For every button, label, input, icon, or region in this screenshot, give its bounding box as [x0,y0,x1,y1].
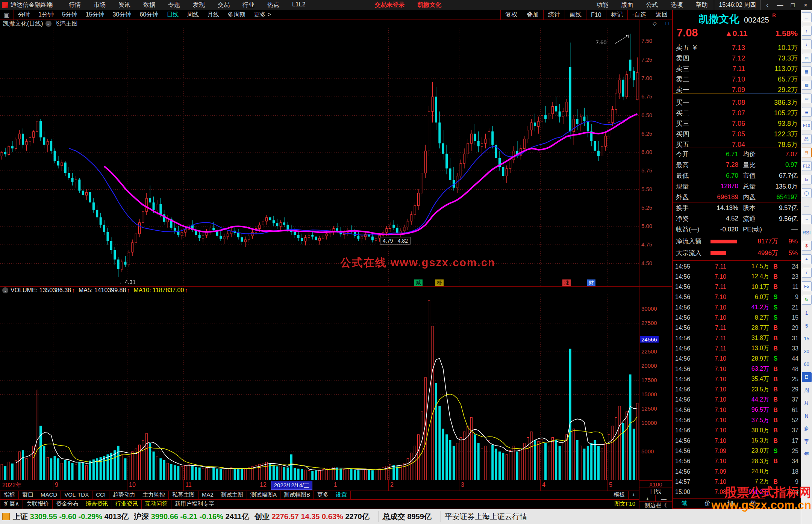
indicator-tab-设置[interactable]: 设置 [332,491,351,500]
zoom-in-button[interactable]: + [639,495,656,502]
menu-item-发现[interactable]: 发现 [186,1,211,9]
indicator-tab-测试幅图A[interactable]: 测试幅图A [247,491,280,500]
info-tab-扩展∧[interactable]: 扩展∧ [0,500,23,509]
tick-row[interactable]: 14:567.1037.5万B52 [673,417,801,424]
sidebar-tool-$[interactable]: $ [802,241,812,251]
back-button[interactable]: ‹ [761,2,774,9]
sidebar-tool-RSI[interactable]: RSI [802,228,811,237]
tick-row[interactable]: 14:567.106.0万S9 [673,293,801,301]
tick-row[interactable]: 14:567.1096.5万B61 [673,406,801,414]
period-tab-30分钟[interactable]: 30分钟 [109,11,136,19]
period-corner-label[interactable]: 日线 [639,488,672,495]
tick-row[interactable]: 14:567.0924.8万18 [673,468,801,476]
menu-item-版面[interactable]: 版面 [615,1,639,9]
volume-chart[interactable] [0,294,639,480]
sidebar-tool-/[interactable]: / [802,268,812,278]
tick-row[interactable]: 14:567.1028.9万S44 [673,355,801,363]
indicator-tab-VOL-TDX[interactable]: VOL-TDX [61,491,92,500]
sidebar-tool-▦[interactable]: ▦ [802,66,812,76]
index-上证[interactable]: 上证 3309.55 -9.60 -0.29% 4013亿 [13,512,129,522]
menu-item-选项[interactable]: 选项 [664,1,689,9]
period-tab-15分钟[interactable]: 15分钟 [82,11,109,19]
zoom-out-button[interactable]: — [655,495,672,502]
toolbutton-复权[interactable]: 复权 [500,10,522,20]
info-tab-资金分布[interactable]: 资金分布 [53,500,82,509]
sidebar-tool-品[interactable]: 品 [802,134,812,144]
sidebar-tool-↻[interactable]: ↻ [802,295,812,305]
menu-item-市场[interactable]: 市场 [87,1,112,9]
sidebar-tool-▤[interactable]: ▤ [802,53,812,63]
sidebar-tool-fx[interactable]: fx [802,175,812,184]
sidebar-tool-F5[interactable]: F5 [802,281,812,291]
toolbutton-F10[interactable]: F10 [586,10,606,20]
order-row-买四[interactable]: 买四7.05122.3万 [673,130,801,139]
order-row-卖一[interactable]: 卖一7.0929.2万 [673,85,801,94]
chevron-down-icon[interactable]: ⌄ [45,21,52,27]
menu-item-行业[interactable]: 行业 [236,1,261,9]
index-创业[interactable]: 创业 2276.57 14.35 0.63% 2270亿 [255,512,370,522]
event-badge-减[interactable]: 减 [414,279,423,286]
tick-row[interactable]: 14:567.1041.2万S21 [673,304,801,311]
menu-item-功能[interactable]: 功能 [590,1,615,9]
menu-item-L1L2[interactable]: L1L2 [286,1,312,9]
sidebar-tool-▩[interactable]: ▩ [802,80,812,90]
tick-row[interactable]: 14:557.1117.5万B24 [673,263,801,270]
tab-图文F10[interactable]: 图文F10 [611,500,639,509]
indicator-tab-MACD[interactable]: MACD [37,491,61,500]
toolbutton-画线[interactable]: 画线 [565,10,586,20]
info-tab-新用户福利专享[interactable]: 新用户福利专享 [171,500,218,509]
order-row-卖五[interactable]: 卖五 ￥7.1310.1万 [673,43,801,52]
toolbutton--自选[interactable]: -自选 [627,10,651,20]
toolbutton-返回[interactable]: 返回 [651,10,672,20]
tick-row[interactable]: 14:567.1012.4万B23 [673,273,801,281]
index-沪深[interactable]: 沪深 3990.66 -6.21 -0.16% 2411亿 [134,512,249,522]
sidebar-toggle-button[interactable]: 侧边栏《 [639,501,672,509]
date-axis[interactable]: 2022年9101112123452022/12/14/三 [0,480,672,491]
period-tab-周线[interactable]: 周线 [183,11,203,19]
period-tab-更多 >[interactable]: 更多 > [250,11,275,19]
tab-+[interactable]: + [629,491,639,500]
sidebar-tool-30[interactable]: 30 [802,347,811,356]
period-tab-1分钟[interactable]: 1分钟 [34,11,58,19]
tick-row[interactable]: 14:567.1128.7万B29 [673,324,801,332]
indicator-tab-指标[interactable]: 指标 [0,491,19,500]
menu-item-帮助[interactable]: 帮助 [689,1,714,9]
sidebar-tool-季[interactable]: 季 [802,437,811,446]
sidebar-tool-▭[interactable]: ▭ [802,94,812,103]
chevron-down-icon[interactable]: ⌄ [2,287,8,293]
period-tab-分时[interactable]: 分时 [14,11,34,19]
event-badge-涨[interactable]: 涨 [562,279,571,286]
sidebar-tool-月[interactable]: 月 [802,399,811,408]
order-row-卖三[interactable]: 卖三7.11113.0万 [673,64,801,73]
tick-row[interactable]: 14:567.1015.3万B17 [673,437,801,445]
menu-item-数据[interactable]: 数据 [137,1,162,9]
stock-header[interactable]: 凯撒文化 002425 R [673,12,801,26]
restore-button[interactable]: □ [786,2,799,9]
indicator-tab-主力监控[interactable]: 主力监控 [139,491,169,500]
tab-模板[interactable]: 模板 [610,491,629,500]
period-tab-月线[interactable]: 月线 [203,11,223,19]
tick-row[interactable]: 14:567.1131.8万B31 [673,334,801,342]
tick-row[interactable]: 14:567.0923.0万S25 [673,447,801,455]
sidebar-tool-F10[interactable]: F10 [802,121,812,130]
layout-toggle-icon[interactable]: ▣ [0,10,14,20]
sidebar-tool-5[interactable]: 5 [802,321,811,330]
menu-item-资讯[interactable]: 资讯 [112,1,137,9]
pane-corner-icons[interactable]: ◇ □ [653,20,673,26]
tick-row[interactable]: 14:567.108.2万S15 [673,314,801,322]
trade-login-status[interactable]: 交易未登录 [368,1,411,9]
tick-row[interactable]: 14:567.1035.4万B25 [673,375,801,383]
indicator-tab-CCI[interactable]: CCI [92,491,109,500]
menu-item-热点[interactable]: 热点 [261,1,286,9]
selected-date-box[interactable]: 2022/12/14/三 [271,481,312,490]
toolbutton-标记[interactable]: 标记 [606,10,627,20]
sidebar-tool-~[interactable]: ~ [802,214,812,224]
event-badge-财[interactable]: 财 [587,279,595,286]
sidebar-tool-自[interactable]: 自 [802,148,812,157]
event-badge-榜[interactable]: 榜 [435,279,444,286]
sidebar-tool-F12[interactable]: F12 [802,161,812,171]
menu-item-行情[interactable]: 行情 [62,1,87,9]
toolbutton-统计[interactable]: 统计 [543,10,565,20]
tick-row[interactable]: 14:567.1113.0万B33 [673,344,801,352]
info-tab-关联报价[interactable]: 关联报价 [23,500,53,509]
